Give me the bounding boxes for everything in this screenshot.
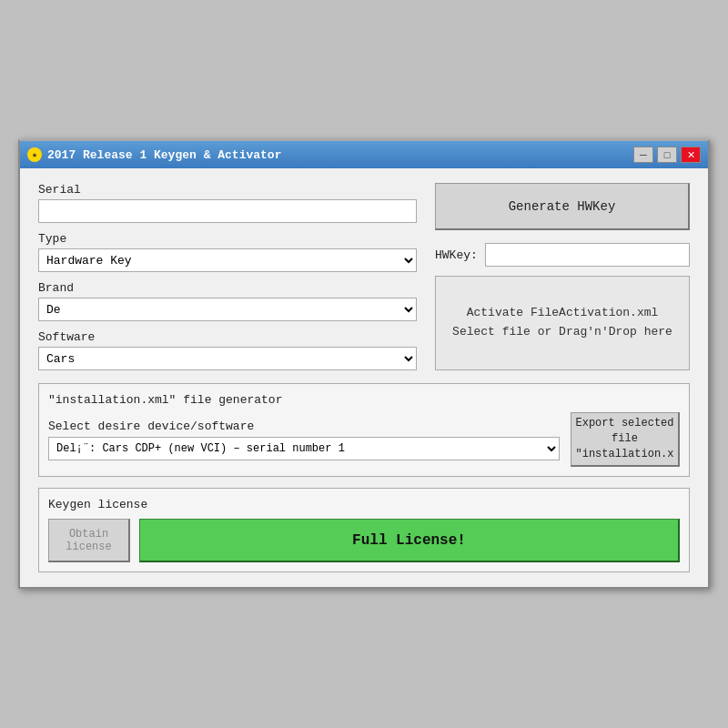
serial-label: Serial	[38, 183, 417, 197]
title-bar: ★ 2017 Release 1 Keygen & Activator ─ □ …	[20, 141, 708, 168]
main-window: ★ 2017 Release 1 Keygen & Activator ─ □ …	[18, 139, 710, 589]
close-button[interactable]: ✕	[681, 147, 701, 163]
title-controls: ─ □ ✕	[633, 147, 701, 163]
main-content: Serial Type Hardware Key Software Key Br…	[20, 168, 708, 587]
minimize-button[interactable]: ─	[633, 147, 653, 163]
left-panel: Serial Type Hardware Key Software Key Br…	[38, 183, 417, 370]
xml-section-title: "installation.xml" file generator	[48, 393, 680, 407]
serial-group: Serial	[38, 183, 417, 223]
software-select[interactable]: Cars Trucks Cars & Trucks	[38, 347, 417, 370]
brand-select[interactable]: De Delphi Autocom	[38, 298, 417, 321]
type-select[interactable]: Hardware Key Software Key	[38, 248, 417, 272]
app-icon: ★	[27, 147, 42, 162]
keygen-row: Obtainlicense Full License!	[48, 519, 680, 562]
export-button[interactable]: Export selectedfile"installation.x	[571, 412, 680, 467]
right-panel: Generate HWKey HWKey: Activate FileActiv…	[435, 183, 690, 370]
xml-row: Select desire device/software Del¡¨: Car…	[48, 412, 680, 467]
activate-file-box[interactable]: Activate FileActivation.xmlSelect file o…	[435, 276, 690, 370]
generate-hwkey-button[interactable]: Generate HWKey	[435, 183, 690, 230]
activate-text: Activate FileActivation.xmlSelect file o…	[452, 304, 672, 342]
xml-select-group: Select desire device/software Del¡¨: Car…	[48, 420, 560, 460]
top-section: Serial Type Hardware Key Software Key Br…	[38, 183, 690, 370]
xml-device-select[interactable]: Del¡¨: Cars CDP+ (new VCI) – serial numb…	[48, 437, 560, 460]
hwkey-label: HWKey:	[435, 248, 478, 262]
obtain-license-button[interactable]: Obtainlicense	[48, 519, 130, 562]
keygen-section: Keygen license Obtainlicense Full Licens…	[38, 488, 690, 572]
full-license-button[interactable]: Full License!	[139, 519, 680, 562]
brand-label: Brand	[38, 281, 417, 295]
xml-select-label: Select desire device/software	[48, 420, 560, 433]
hwkey-row: HWKey:	[435, 243, 690, 267]
type-group: Type Hardware Key Software Key	[38, 232, 417, 272]
xml-section: "installation.xml" file generator Select…	[38, 383, 690, 477]
serial-input[interactable]	[38, 199, 417, 223]
window-title: 2017 Release 1 Keygen & Activator	[47, 148, 281, 162]
hwkey-input[interactable]	[485, 243, 690, 267]
maximize-button[interactable]: □	[657, 147, 677, 163]
brand-group: Brand De Delphi Autocom	[38, 281, 417, 321]
type-label: Type	[38, 232, 417, 246]
keygen-title: Keygen license	[48, 498, 680, 511]
software-group: Software Cars Trucks Cars & Trucks	[38, 330, 417, 370]
software-label: Software	[38, 330, 417, 344]
title-bar-left: ★ 2017 Release 1 Keygen & Activator	[27, 147, 281, 162]
